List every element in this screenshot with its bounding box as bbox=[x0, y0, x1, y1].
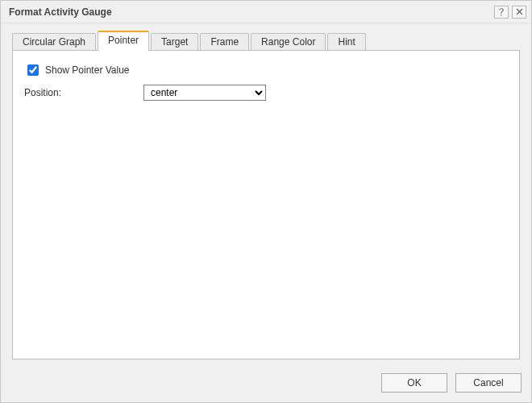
position-label: Position: bbox=[24, 87, 143, 98]
position-row: Position: center bbox=[24, 85, 508, 101]
show-pointer-checkbox[interactable] bbox=[27, 64, 39, 76]
tab-frame[interactable]: Frame bbox=[200, 33, 249, 51]
help-icon bbox=[498, 8, 505, 16]
show-pointer-row: Show Pointer Value bbox=[24, 62, 508, 78]
dialog-body: Circular Graph Pointer Target Frame Rang… bbox=[1, 23, 531, 367]
dialog-title: Format Activity Gauge bbox=[9, 6, 491, 18]
close-icon bbox=[516, 8, 523, 15]
titlebar: Format Activity Gauge bbox=[1, 1, 531, 23]
cancel-button[interactable]: Cancel bbox=[455, 373, 522, 393]
tab-circular-graph[interactable]: Circular Graph bbox=[12, 33, 96, 51]
tab-pointer[interactable]: Pointer bbox=[98, 31, 149, 51]
format-activity-gauge-dialog: Format Activity Gauge Circular Graph Poi… bbox=[0, 0, 532, 403]
dialog-footer: OK Cancel bbox=[1, 367, 531, 402]
tab-range-color[interactable]: Range Color bbox=[251, 33, 326, 51]
position-select[interactable]: center bbox=[143, 85, 266, 101]
tab-target[interactable]: Target bbox=[151, 33, 198, 51]
ok-button[interactable]: OK bbox=[381, 373, 447, 393]
tab-hint[interactable]: Hint bbox=[327, 33, 365, 51]
show-pointer-label: Show Pointer Value bbox=[45, 64, 130, 76]
tabstrip: Circular Graph Pointer Target Frame Rang… bbox=[12, 31, 520, 51]
close-button[interactable] bbox=[512, 6, 526, 19]
help-button[interactable] bbox=[494, 6, 509, 19]
tabpanel-pointer: Show Pointer Value Position: center bbox=[12, 50, 520, 359]
